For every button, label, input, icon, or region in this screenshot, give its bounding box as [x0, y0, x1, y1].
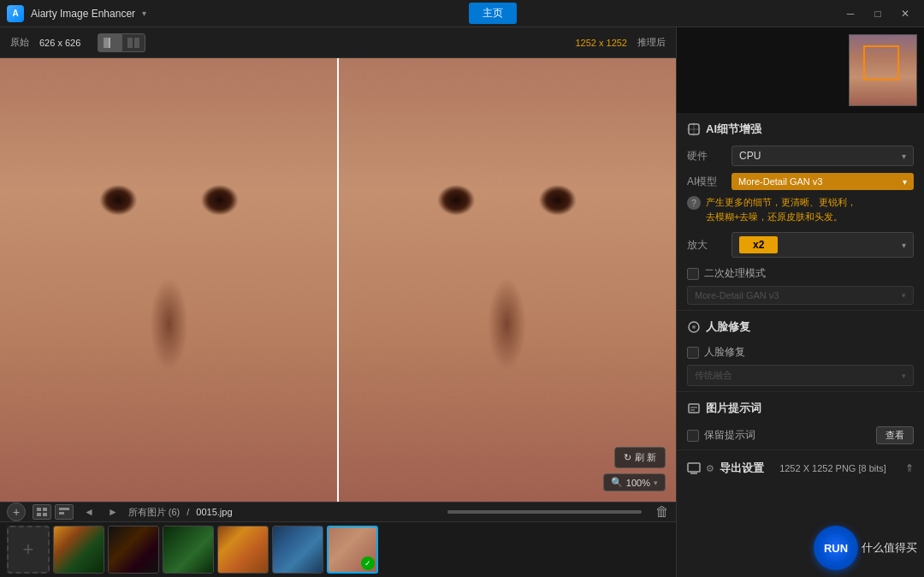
- current-filename: 0015.jpg: [196, 507, 232, 517]
- export-title-label: 导出设置: [720, 461, 764, 476]
- titlebar: A Aiarty Image Enhancer ▾ 主页 ─ □ ✕: [0, 0, 924, 27]
- path-separator: /: [187, 507, 189, 517]
- face-section-title: 人脸修复: [687, 319, 750, 335]
- delete-button[interactable]: 🗑: [655, 504, 669, 520]
- face-repair-icon: [687, 320, 701, 334]
- split-view-button[interactable]: [98, 33, 121, 52]
- nav-next-button[interactable]: ►: [104, 506, 121, 518]
- thumbnail-1[interactable]: [53, 526, 104, 574]
- ai-section: AI细节增强 硬件 CPU ▾ AI模型 More-Detail GA: [677, 113, 924, 311]
- ai-section-label: AI细节增强: [706, 122, 761, 137]
- grid-icon: [37, 508, 47, 516]
- prompt-section: 图片提示词 保留提示词 查看: [677, 392, 924, 450]
- thumbnail-2[interactable]: [108, 526, 159, 574]
- add-images-button[interactable]: +: [7, 503, 26, 521]
- side-by-side-button[interactable]: [121, 33, 145, 52]
- thumbnail-3[interactable]: [163, 526, 214, 574]
- thumbnail-4[interactable]: [217, 526, 269, 574]
- ai-model-control: More-Detail GAN v3 ▾: [732, 173, 914, 190]
- refresh-label: 刷 新: [635, 451, 656, 464]
- prompt-view-button[interactable]: 查看: [876, 426, 914, 444]
- images-count: 所有图片 (6): [128, 506, 181, 519]
- scale-control: x2 ▾: [732, 232, 914, 258]
- close-button[interactable]: ✕: [893, 5, 917, 22]
- face-section-label: 人脸修复: [706, 319, 750, 335]
- ai-model-row: AI模型 More-Detail GAN v3 ▾: [677, 170, 924, 193]
- thumbnail-6-check: ✓: [361, 556, 375, 570]
- svg-rect-0: [104, 38, 109, 48]
- viewer-toolbar: 原始 626 x 626 1252 x 12: [0, 27, 676, 58]
- split-divider[interactable]: [337, 58, 339, 502]
- sidebyside-icon: [127, 38, 139, 48]
- thumbnail-2-image: [109, 526, 158, 573]
- thumbnail-4-image: [218, 526, 268, 573]
- list-icon: [59, 508, 69, 516]
- scale-arrow: ▾: [902, 241, 906, 250]
- preview-area: [677, 27, 924, 113]
- hardware-control: CPU ▾: [732, 146, 914, 166]
- prompt-row: 保留提示词 查看: [677, 421, 924, 449]
- list-view-button[interactable]: [55, 504, 74, 520]
- prompt-icon: [687, 402, 701, 415]
- refresh-icon: ↻: [624, 452, 631, 463]
- face-repair-row: 人脸修复: [677, 340, 924, 365]
- original-image: [0, 58, 338, 502]
- maximize-button[interactable]: □: [866, 5, 890, 22]
- secondary-model-value: More-Detail GAN v3: [695, 290, 779, 300]
- scale-dropdown[interactable]: x2 ▾: [732, 232, 914, 258]
- zoom-arrow: ▾: [654, 479, 658, 487]
- left-panel: 原始 626 x 626 1252 x 12: [0, 27, 676, 577]
- result-face-features: [338, 58, 676, 502]
- export-collapse-button[interactable]: ⇑: [905, 462, 914, 474]
- hardware-dropdown-arrow: ▾: [902, 152, 906, 161]
- preview-thumbnail: [849, 34, 917, 106]
- export-section: ⚙ 导出设置 1252 X 1252 PNG [8 bits] ⇑: [677, 450, 924, 486]
- result-face-bg: [338, 58, 676, 502]
- ai-section-header: AI细节增强: [677, 113, 924, 142]
- hardware-value: CPU: [739, 150, 902, 162]
- prompt-section-label: 图片提示词: [706, 401, 761, 416]
- hardware-row: 硬件 CPU ▾: [677, 142, 924, 170]
- model-description: 产生更多的细节，更清晰、更锐利，去模糊+去噪，还原皮肤和头发。: [706, 195, 856, 223]
- export-header: ⚙ 导出设置 1252 X 1252 PNG [8 bits] ⇑: [677, 455, 924, 481]
- thumbnail-5[interactable]: [272, 526, 323, 574]
- right-panel: AI细节增强 硬件 CPU ▾ AI模型 More-Detail GA: [676, 27, 924, 577]
- face-repair-checkbox[interactable]: [687, 347, 699, 359]
- svg-rect-6: [43, 508, 47, 511]
- prompt-section-title: 图片提示词: [687, 401, 761, 416]
- svg-rect-19: [688, 463, 700, 472]
- result-size: 1252 x 1252: [575, 38, 627, 48]
- grid-view-button[interactable]: [33, 504, 51, 520]
- ai-model-info: ? 产生更多的细节，更清晰、更锐利，去模糊+去噪，还原皮肤和头发。: [677, 193, 924, 229]
- scroll-progress-bar[interactable]: [447, 510, 642, 514]
- image-view: ↻ 刷 新 🔍 100% ▾: [0, 58, 676, 502]
- hardware-dropdown[interactable]: CPU ▾: [732, 146, 914, 166]
- export-details: 1252 X 1252 PNG [8 bits]: [779, 463, 886, 473]
- ai-model-label: AI模型: [687, 175, 732, 189]
- scale-row: 放大 x2 ▾: [677, 229, 924, 261]
- titlebar-left: A Aiarty Image Enhancer ▾: [7, 5, 146, 22]
- main-container: 原始 626 x 626 1252 x 12: [0, 27, 924, 577]
- ai-model-dropdown[interactable]: More-Detail GAN v3 ▾: [732, 173, 914, 190]
- prompt-label: 保留提示词: [704, 428, 755, 443]
- refresh-button[interactable]: ↻ 刷 新: [614, 447, 666, 468]
- titlebar-right: ─ □ ✕: [838, 5, 917, 22]
- title-arrow[interactable]: ▾: [142, 9, 146, 18]
- secondary-model-dropdown[interactable]: More-Detail GAN v3 ▾: [687, 286, 914, 305]
- add-thumbnail-button[interactable]: +: [7, 526, 50, 574]
- prompt-checkbox[interactable]: [687, 430, 699, 442]
- svg-rect-4: [134, 38, 139, 48]
- face-blend-dropdown[interactable]: 传统融合 ▾: [687, 365, 914, 386]
- secondary-mode-checkbox[interactable]: [687, 268, 699, 280]
- svg-rect-3: [127, 38, 133, 48]
- hardware-label: 硬件: [687, 149, 732, 164]
- nav-prev-button[interactable]: ◄: [80, 506, 98, 518]
- export-gear-icon[interactable]: ⚙: [706, 463, 714, 474]
- home-button[interactable]: 主页: [469, 3, 517, 24]
- thumbnail-6-active[interactable]: ✓: [327, 526, 378, 574]
- minimize-button[interactable]: ─: [838, 5, 862, 22]
- secondary-dropdown-arrow: ▾: [902, 291, 906, 300]
- ai-model-arrow: ▾: [903, 177, 907, 187]
- zoom-select[interactable]: 🔍 100% ▾: [603, 473, 666, 491]
- original-face-bg: [0, 58, 338, 502]
